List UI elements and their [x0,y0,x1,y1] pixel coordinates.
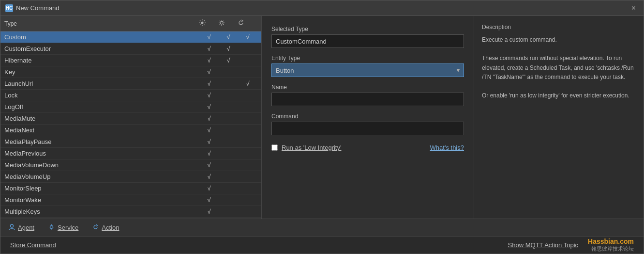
store-bar-right: Show MQTT Action Topic Hassbian.com 翰思彼岸… [508,238,634,253]
list-item-label: LaunchUrl [4,80,199,87]
list-item[interactable]: MediaPlayPause √ [0,136,261,148]
command-input[interactable] [271,122,464,135]
svg-point-0 [201,22,204,24]
brand-suffix-text: .com [618,238,634,245]
list-item[interactable]: CustomExecutor √ √ [0,43,261,55]
list-check-1: √ [199,103,219,111]
list-item-label: MediaMute [4,115,199,122]
name-label: Name [271,84,464,91]
list-item[interactable]: Hibernate √ √ [0,55,261,66]
list-check-3: √ [238,33,257,41]
description-title: Description [482,24,636,31]
selected-type-label: Selected Type [271,26,464,32]
list-check-1: √ [199,138,219,145]
list-item-label: MediaPlayPause [4,138,199,145]
entity-type-select[interactable]: Button Switch Script [271,64,464,77]
dialog-title: New Command [16,4,60,12]
col-icon1 [193,19,212,28]
brand-name-text: Hassbian [588,238,618,245]
integrity-row: Run as 'Low Integrity' What's this? [271,144,464,151]
list-item-label: MediaVolumeDown [4,161,199,169]
list-check-2: √ [219,45,238,52]
list-item[interactable]: Key √ [0,66,261,78]
list-check-1: √ [199,208,219,215]
brand-name: Hassbian.com [588,238,634,245]
col-icon3 [231,19,251,28]
close-button[interactable]: × [629,3,639,14]
list-header: Type [0,16,261,32]
store-command-button[interactable]: Store Command [10,241,56,249]
list-item[interactable]: MediaPrevious √ [0,148,261,159]
store-bar: Store Command Show MQTT Action Topic Has… [0,236,644,254]
list-item-label: Key [4,68,199,76]
list-check-1: √ [199,196,219,204]
list-check-1: √ [199,173,219,180]
content-area: Type Custom √ √ √ CustomExecutor √ √ [0,16,644,219]
list-item-label: Custom [4,33,199,41]
list-check-1: √ [199,115,219,122]
service-icon [48,223,55,232]
selected-type-input[interactable] [271,34,464,48]
list-item[interactable]: MonitorSleep √ [0,183,261,194]
list-item[interactable]: MediaNext √ [0,125,261,136]
list-item[interactable]: MediaVolumeUp √ [0,171,261,183]
agent-tab-label: Agent [18,224,34,231]
mqtt-link[interactable]: Show MQTT Action Topic [508,241,578,249]
list-item[interactable]: LaunchUrl √ √ [0,78,261,90]
entity-type-wrapper: Button Switch Script ▼ [271,64,464,77]
list-check-1: √ [199,127,219,134]
new-command-dialog: HC New Command × Type Custom √ [0,0,644,254]
whats-this-link[interactable]: What's this? [430,144,464,151]
list-item-label: CustomExecutor [4,45,199,52]
description-body: Execute a custom command.These commands … [482,35,636,100]
list-item-label: MultipleKeys [4,208,199,215]
agent-tab[interactable]: Agent [5,222,37,234]
integrity-label[interactable]: Run as 'Low Integrity' [282,144,341,151]
service-tab[interactable]: Service [45,222,81,234]
agent-icon [8,223,15,232]
service-tab-label: Service [58,224,78,231]
list-check-1: √ [199,57,219,64]
bottom-tabs: Agent Service Action [0,219,644,236]
list-item-label: Lock [4,92,199,99]
list-check-2: √ [219,33,238,41]
brand-subtitle: 翰思彼岸技术论坛 [588,245,634,253]
right-panel: Description Execute a custom command.The… [474,16,644,219]
list-check-1: √ [199,150,219,157]
title-bar-left: HC New Command [5,4,60,12]
list-check-1: √ [199,33,219,41]
list-item-label: Hibernate [4,57,199,64]
list-check-1: √ [199,80,219,87]
col-icon2 [212,19,231,28]
list-item-label: MediaNext [4,127,199,134]
name-group: Name [271,84,464,106]
entity-type-group: Entity Type Button Switch Script ▼ [271,55,464,77]
list-item[interactable]: MultipleKeys √ [0,206,261,218]
list-item-label: MonitorSleep [4,185,199,192]
entity-type-label: Entity Type [271,55,464,62]
description-text: Execute a custom command.These commands … [482,36,634,99]
list-item-label: MediaVolumeUp [4,173,199,180]
type-list: Custom √ √ √ CustomExecutor √ √ Hibernat… [0,32,261,219]
list-item[interactable]: MediaMute √ [0,113,261,125]
col-type: Type [4,20,193,27]
integrity-checkbox[interactable] [271,144,278,151]
command-label: Command [271,113,464,120]
command-group: Command [271,113,464,135]
list-item-label: LogOff [4,103,199,111]
list-item[interactable]: LogOff √ [0,101,261,113]
list-check-2: √ [219,57,238,64]
action-tab[interactable]: Action [89,222,122,234]
list-item[interactable]: MonitorWake √ [0,194,261,206]
list-item[interactable]: MediaVolumeDown √ [0,159,261,171]
list-item-label: MonitorWake [4,196,199,204]
list-check-1: √ [199,92,219,99]
svg-point-1 [220,21,223,24]
list-item-label: MediaPrevious [4,150,199,157]
title-bar: HC New Command × [0,0,644,16]
action-tab-label: Action [102,224,119,231]
list-item[interactable]: Custom √ √ √ [0,32,261,43]
list-item[interactable]: Lock √ [0,90,261,101]
list-check-1: √ [199,185,219,192]
name-input[interactable] [271,93,464,106]
